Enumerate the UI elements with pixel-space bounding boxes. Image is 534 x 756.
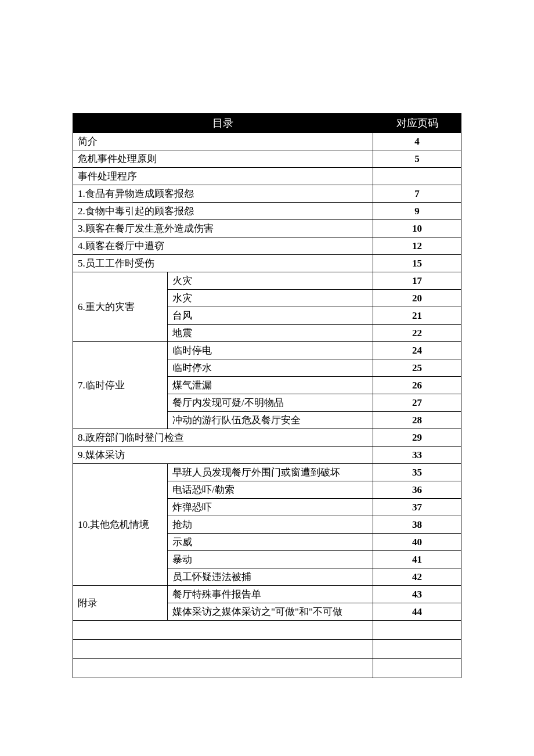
toc-label: 2.食物中毒引起的顾客报怨 (73, 203, 373, 220)
toc-page: 36 (373, 481, 461, 499)
toc-page: 35 (373, 464, 461, 481)
toc-row: 6.重大的灾害火灾17 (73, 272, 461, 290)
toc-page: 24 (373, 342, 461, 359)
toc-label: 5.员工工作时受伤 (73, 255, 373, 272)
toc-sub-label: 餐厅特殊事件报告单 (168, 586, 373, 603)
toc-page: 21 (373, 307, 461, 325)
toc-label: 简介 (73, 133, 373, 150)
toc-row: 3.顾客在餐厅发生意外造成伤害10 (73, 220, 461, 237)
toc-row: 附录餐厅特殊事件报告单43 (73, 586, 461, 603)
toc-empty-cell (73, 621, 373, 640)
header-title: 目录 (73, 114, 373, 133)
toc-row: 8.政府部门临时登门检查29 (73, 429, 461, 447)
toc-row (73, 659, 461, 678)
toc-sub-label: 员工怀疑违法被捕 (168, 568, 373, 586)
toc-page: 22 (373, 325, 461, 342)
toc-sub-label: 水灾 (168, 290, 373, 307)
toc-row: 危机事件处理原则5 (73, 150, 461, 168)
toc-empty-page (373, 621, 461, 640)
toc-label: 3.顾客在餐厅发生意外造成伤害 (73, 220, 373, 237)
toc-page: 17 (373, 272, 461, 290)
toc-row: 事件处理程序 (73, 168, 461, 185)
toc-empty-cell (73, 640, 373, 659)
toc-table: 目录 对应页码 简介4危机事件处理原则5事件处理程序1.食品有异物造成顾客报怨7… (73, 113, 461, 678)
toc-row (73, 621, 461, 640)
toc-page: 9 (373, 203, 461, 220)
toc-page (373, 168, 461, 185)
toc-page: 25 (373, 359, 461, 377)
header-page-col: 对应页码 (373, 114, 461, 133)
toc-sub-label: 火灾 (168, 272, 373, 290)
toc-page: 33 (373, 447, 461, 464)
toc-page: 10 (373, 220, 461, 237)
toc-row: 5.员工工作时受伤15 (73, 255, 461, 272)
toc-sub-label: 暴动 (168, 551, 373, 568)
toc-empty-page (373, 659, 461, 678)
toc-page: 44 (373, 603, 461, 621)
toc-sub-label: 早班人员发现餐厅外围门或窗遭到破坏 (168, 464, 373, 481)
toc-row: 简介4 (73, 133, 461, 150)
toc-sub-label: 地震 (168, 325, 373, 342)
toc-sub-label: 餐厅内发现可疑/不明物品 (168, 394, 373, 412)
toc-label: 9.媒体采访 (73, 447, 373, 464)
toc-group-label: 6.重大的灾害 (73, 272, 168, 342)
toc-sub-label: 临时停电 (168, 342, 373, 359)
toc-page: 26 (373, 377, 461, 394)
toc-group-label: 10.其他危机情境 (73, 464, 168, 586)
toc-sub-label: 煤气泄漏 (168, 377, 373, 394)
toc-label: 4.顾客在餐厅中遭窃 (73, 237, 373, 255)
toc-sub-label: 炸弹恐吓 (168, 499, 373, 516)
toc-group-label: 附录 (73, 586, 168, 621)
toc-label: 事件处理程序 (73, 168, 373, 185)
toc-page: 20 (373, 290, 461, 307)
toc-page: 7 (373, 185, 461, 203)
toc-label: 8.政府部门临时登门检查 (73, 429, 373, 447)
toc-row: 2.食物中毒引起的顾客报怨9 (73, 203, 461, 220)
toc-page: 12 (373, 237, 461, 255)
toc-sub-label: 示威 (168, 534, 373, 551)
toc-group-label: 7.临时停业 (73, 342, 168, 429)
toc-sub-label: 媒体采访之媒体采访之"可做"和"不可做 (168, 603, 373, 621)
toc-body: 简介4危机事件处理原则5事件处理程序1.食品有异物造成顾客报怨72.食物中毒引起… (73, 133, 461, 678)
toc-page: 43 (373, 586, 461, 603)
toc-empty-page (373, 640, 461, 659)
toc-page: 40 (373, 534, 461, 551)
toc-page: 29 (373, 429, 461, 447)
toc-label: 1.食品有异物造成顾客报怨 (73, 185, 373, 203)
toc-row: 9.媒体采访33 (73, 447, 461, 464)
toc-row: 10.其他危机情境早班人员发现餐厅外围门或窗遭到破坏35 (73, 464, 461, 481)
toc-sub-label: 临时停水 (168, 359, 373, 377)
toc-page: 5 (373, 150, 461, 168)
toc-label: 危机事件处理原则 (73, 150, 373, 168)
toc-row: 7.临时停业临时停电24 (73, 342, 461, 359)
toc-sub-label: 冲动的游行队伍危及餐厅安全 (168, 412, 373, 429)
toc-page: 4 (373, 133, 461, 150)
document-page: 目录 对应页码 简介4危机事件处理原则5事件处理程序1.食品有异物造成顾客报怨7… (0, 0, 534, 678)
toc-row: 1.食品有异物造成顾客报怨7 (73, 185, 461, 203)
toc-page: 28 (373, 412, 461, 429)
toc-page: 38 (373, 516, 461, 534)
toc-sub-label: 台风 (168, 307, 373, 325)
toc-sub-label: 电话恐吓/勒索 (168, 481, 373, 499)
toc-page: 42 (373, 568, 461, 586)
toc-empty-cell (73, 659, 373, 678)
toc-sub-label: 抢劫 (168, 516, 373, 534)
toc-row (73, 640, 461, 659)
toc-page: 41 (373, 551, 461, 568)
header-row: 目录 对应页码 (73, 114, 461, 133)
toc-row: 4.顾客在餐厅中遭窃12 (73, 237, 461, 255)
toc-page: 27 (373, 394, 461, 412)
toc-page: 15 (373, 255, 461, 272)
toc-page: 37 (373, 499, 461, 516)
